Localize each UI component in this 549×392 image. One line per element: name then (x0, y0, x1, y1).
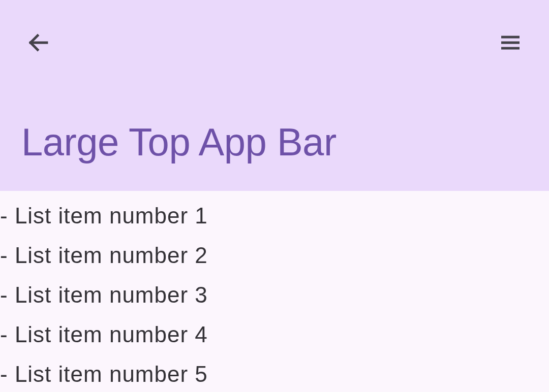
app-bar-action-row (0, 0, 549, 85)
content-list: - List item number 1 - List item number … (0, 191, 549, 392)
large-top-app-bar: Large Top App Bar (0, 0, 549, 191)
list-item: - List item number 1 (0, 196, 549, 236)
back-button[interactable] (22, 26, 55, 59)
list-item: - List item number 3 (0, 275, 549, 315)
list-item: - List item number 5 (0, 354, 549, 392)
arrow-back-icon (26, 30, 51, 55)
menu-button[interactable] (494, 26, 527, 59)
hamburger-menu-icon (498, 30, 523, 55)
list-item: - List item number 4 (0, 315, 549, 354)
list-item: - List item number 2 (0, 236, 549, 275)
app-bar-title: Large Top App Bar (21, 85, 528, 164)
app-bar-title-row: Large Top App Bar (0, 85, 549, 191)
